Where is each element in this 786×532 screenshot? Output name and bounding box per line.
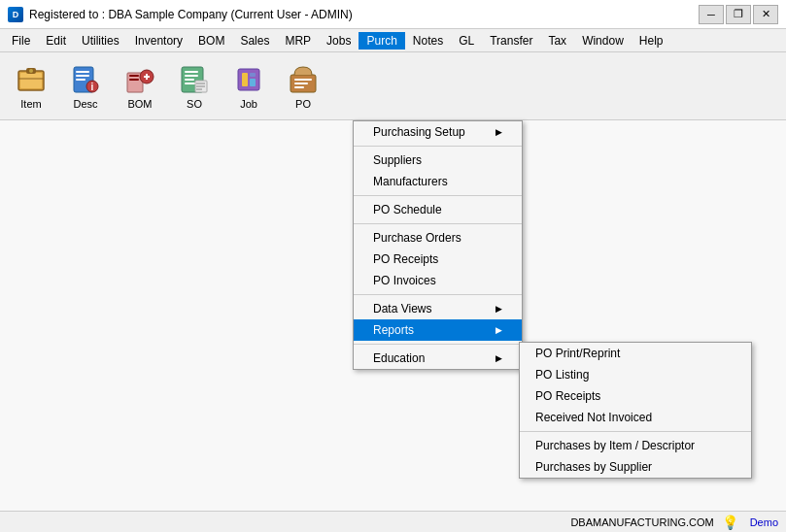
menu-bar: File Edit Utilities Inventory BOM Sales … <box>0 29 786 52</box>
toolbar: Item i Desc BOM <box>0 52 786 120</box>
divider-3 <box>354 223 522 224</box>
svg-rect-27 <box>242 73 248 86</box>
purch-dropdown: Purchasing Setup ▶ Suppliers Manufacture… <box>353 120 523 370</box>
menu-gl[interactable]: GL <box>451 32 482 50</box>
po-label: PO <box>295 98 311 110</box>
desc-label: Desc <box>73 98 97 110</box>
item-icon <box>15 63 48 96</box>
po-icon <box>287 63 320 96</box>
dropdown-po-schedule[interactable]: PO Schedule <box>354 199 522 220</box>
submenu-arrow-dataviews: ▶ <box>496 304 502 314</box>
menu-mrp[interactable]: MRP <box>277 32 319 50</box>
menu-window[interactable]: Window <box>574 32 632 50</box>
window-title: Registered to : DBA Sample Company (Curr… <box>29 8 353 21</box>
menu-help[interactable]: Help <box>632 32 671 50</box>
submenu-purchases-by-item[interactable]: Purchases by Item / Descriptor <box>520 435 751 456</box>
dropdown-container: Purchasing Setup ▶ Suppliers Manufacture… <box>0 120 786 511</box>
lightbulb-icon: 💡 <box>722 515 738 530</box>
status-bar: DBAMANUFACTURING.COM 💡 Demo <box>0 511 786 532</box>
svg-rect-20 <box>185 79 194 81</box>
divider-4 <box>354 294 522 295</box>
svg-rect-32 <box>294 83 308 84</box>
app-icon: D <box>8 7 23 22</box>
menu-file[interactable]: File <box>4 32 38 50</box>
svg-rect-26 <box>238 69 259 90</box>
submenu-po-print-reprint[interactable]: PO Print/Reprint <box>520 343 751 364</box>
title-bar-left: D Registered to : DBA Sample Company (Cu… <box>8 7 353 22</box>
main-content: Purchasing Setup ▶ Suppliers Manufacture… <box>0 120 786 511</box>
dropdown-suppliers[interactable]: Suppliers <box>354 150 522 171</box>
demo-label: Demo <box>750 516 778 528</box>
window-controls: ─ ❐ ✕ <box>699 5 778 24</box>
divider-2 <box>354 195 522 196</box>
bom-icon <box>123 63 156 96</box>
so-icon <box>178 63 211 96</box>
toolbar-so[interactable]: SO <box>169 57 220 116</box>
submenu-po-listing[interactable]: PO Listing <box>520 364 751 385</box>
submenu-po-receipts[interactable]: PO Receipts <box>520 385 751 407</box>
menu-sales[interactable]: Sales <box>232 32 277 50</box>
title-bar: D Registered to : DBA Sample Company (Cu… <box>0 0 786 29</box>
svg-rect-13 <box>129 79 139 81</box>
toolbar-desc[interactable]: i Desc <box>60 57 111 116</box>
submenu-arrow-education: ▶ <box>496 353 502 363</box>
job-icon <box>232 63 265 96</box>
menu-notes[interactable]: Notes <box>405 32 451 50</box>
menu-utilities[interactable]: Utilities <box>74 32 127 50</box>
svg-rect-18 <box>185 71 198 73</box>
status-site: DBAMANUFACTURING.COM <box>570 516 713 528</box>
svg-rect-29 <box>250 73 256 77</box>
svg-rect-19 <box>185 75 198 77</box>
bom-label: BOM <box>127 98 152 110</box>
toolbar-bom[interactable]: BOM <box>115 57 165 116</box>
close-button[interactable]: ✕ <box>753 5 778 24</box>
menu-transfer[interactable]: Transfer <box>482 32 540 50</box>
svg-rect-21 <box>185 83 196 84</box>
svg-point-4 <box>29 69 33 73</box>
reports-submenu: PO Print/Reprint PO Listing PO Receipts … <box>519 342 752 479</box>
divider-5 <box>354 344 522 345</box>
svg-text:i: i <box>91 82 94 92</box>
dropdown-purchasing-setup[interactable]: Purchasing Setup ▶ <box>354 121 522 143</box>
submenu-divider-1 <box>520 431 751 432</box>
desc-icon: i <box>69 63 102 96</box>
so-label: SO <box>187 98 202 110</box>
menu-tax[interactable]: Tax <box>540 32 574 50</box>
toolbar-job[interactable]: Job <box>223 57 274 116</box>
menu-purch[interactable]: Purch <box>359 32 404 50</box>
submenu-purchases-by-supplier[interactable]: Purchases by Supplier <box>520 456 751 478</box>
dropdown-po-receipts[interactable]: PO Receipts <box>354 249 522 270</box>
dropdown-data-views[interactable]: Data Views ▶ <box>354 298 522 319</box>
menu-edit[interactable]: Edit <box>38 32 74 50</box>
svg-rect-1 <box>20 73 42 88</box>
svg-rect-8 <box>76 79 85 81</box>
svg-rect-33 <box>294 86 304 88</box>
submenu-arrow-setup: ▶ <box>496 127 502 137</box>
menu-inventory[interactable]: Inventory <box>127 32 190 50</box>
status-right: DBAMANUFACTURING.COM 💡 Demo <box>570 515 778 530</box>
job-label: Job <box>240 98 257 110</box>
svg-rect-12 <box>129 75 139 77</box>
submenu-arrow-reports: ▶ <box>496 325 502 335</box>
svg-rect-6 <box>76 71 89 73</box>
dropdown-reports[interactable]: Reports ▶ <box>354 319 522 341</box>
item-label: Item <box>20 98 41 110</box>
svg-rect-7 <box>76 75 89 77</box>
toolbar-po[interactable]: PO <box>278 57 328 116</box>
toolbar-item[interactable]: Item <box>6 57 56 116</box>
submenu-received-not-invoiced[interactable]: Received Not Invoiced <box>520 407 751 428</box>
restore-button[interactable]: ❐ <box>726 5 751 24</box>
svg-rect-28 <box>250 79 256 86</box>
menu-bom[interactable]: BOM <box>190 32 232 50</box>
minimize-button[interactable]: ─ <box>699 5 724 24</box>
menu-jobs[interactable]: Jobs <box>319 32 359 50</box>
divider-1 <box>354 146 522 147</box>
svg-rect-31 <box>294 79 312 81</box>
dropdown-manufacturers[interactable]: Manufacturers <box>354 171 522 192</box>
dropdown-po-invoices[interactable]: PO Invoices <box>354 270 522 291</box>
dropdown-education[interactable]: Education ▶ <box>354 348 522 369</box>
dropdown-purchase-orders[interactable]: Purchase Orders <box>354 227 522 249</box>
